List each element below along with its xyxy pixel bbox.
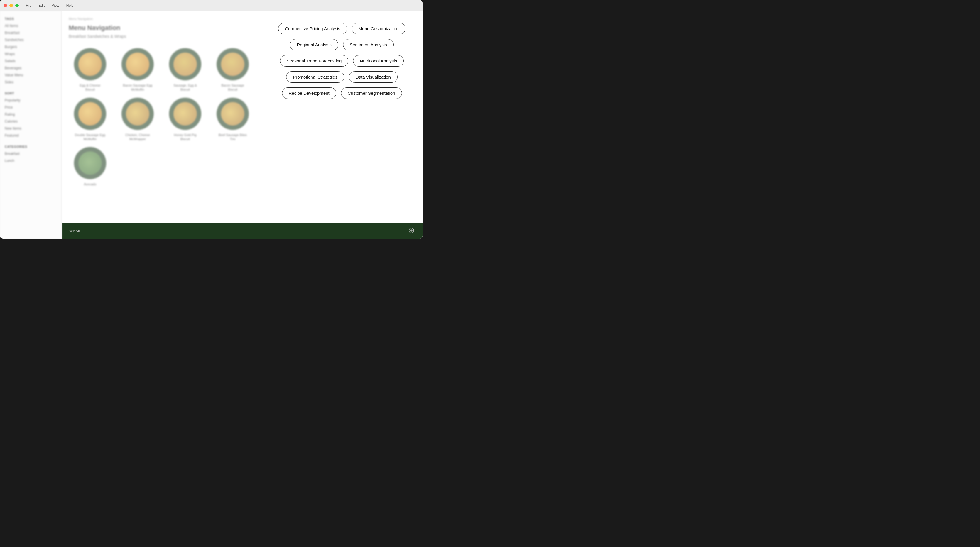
tag-regional-analysis[interactable]: Regional Analysis bbox=[290, 39, 338, 51]
panel-subtitle: Breakfast Sandwiches & Wraps bbox=[68, 34, 254, 39]
food-image-1 bbox=[78, 52, 102, 76]
sidebar-section-title-sort: SORT bbox=[0, 90, 61, 97]
sidebar-section-categories: CATEGORIES Breakfast Lunch bbox=[0, 144, 61, 164]
food-item-5[interactable]: Double Sausage EggMcMuffin bbox=[68, 98, 111, 142]
tag-customer-segmentation[interactable]: Customer Segmentation bbox=[341, 87, 402, 99]
right-content: Menu Navigation Menu Navigation Breakfas… bbox=[62, 11, 423, 239]
food-circle-4 bbox=[216, 48, 249, 80]
tags-row-3: Seasonal Trend Forecasting Nutritional A… bbox=[280, 55, 404, 67]
food-label-1: Egg & CheeseBiscuit bbox=[80, 83, 101, 92]
food-item-2[interactable]: Bacon Sausage EggMcMuffin bbox=[116, 48, 159, 92]
content-area: Menu Navigation Menu Navigation Breakfas… bbox=[62, 11, 423, 224]
sidebar-section-title-tags: TAGS bbox=[0, 16, 61, 22]
sidebar-item-all[interactable]: All Items bbox=[0, 22, 61, 29]
breadcrumb: Menu Navigation bbox=[68, 17, 254, 21]
sidebar-item-breakfast-cat[interactable]: Breakfast bbox=[0, 150, 61, 157]
maximize-button[interactable] bbox=[15, 4, 19, 7]
title-bar-tabs: File Edit View Help bbox=[26, 3, 74, 8]
sidebar-item-featured[interactable]: Featured bbox=[0, 132, 61, 139]
tag-sentiment-analysis[interactable]: Sentiment Analysis bbox=[343, 39, 394, 51]
food-grid: Egg & CheeseBiscuit Bacon Sausage EggMcM… bbox=[68, 46, 254, 189]
sidebar-item-new[interactable]: New Items bbox=[0, 125, 61, 132]
tags-row-2: Regional Analysis Sentiment Analysis bbox=[290, 39, 393, 51]
food-label-8: Beef Sausage BitesTrio bbox=[219, 133, 247, 142]
bottom-bar-icon bbox=[409, 227, 415, 235]
tag-promotional-strategies[interactable]: Promotional Strategies bbox=[286, 71, 344, 83]
main-content: TAGS All Items Breakfast Sandwiches Burg… bbox=[0, 11, 423, 239]
food-image-2 bbox=[126, 52, 150, 76]
tag-competitive-pricing[interactable]: Competitive Pricing Analysis bbox=[278, 23, 347, 34]
sidebar-section-sort: SORT Popularity Price Rating Calories Ne… bbox=[0, 90, 61, 139]
food-image-8 bbox=[221, 102, 244, 126]
title-bar: File Edit View Help bbox=[0, 0, 423, 11]
tab-view[interactable]: View bbox=[52, 3, 59, 8]
food-image-4 bbox=[221, 52, 244, 76]
sidebar-item-rating[interactable]: Rating bbox=[0, 111, 61, 118]
sidebar-item-breakfast[interactable]: Breakfast bbox=[0, 29, 61, 37]
tags-row-5: Recipe Development Customer Segmentation bbox=[282, 87, 402, 99]
food-circle-3 bbox=[169, 48, 201, 80]
sidebar-item-sandwiches[interactable]: Sandwiches bbox=[0, 37, 61, 43]
food-circle-7 bbox=[169, 98, 201, 130]
sidebar-item-price[interactable]: Price bbox=[0, 104, 61, 111]
tab-edit[interactable]: Edit bbox=[38, 3, 45, 8]
bottom-bar-label[interactable]: See All bbox=[68, 229, 80, 233]
food-circle-2 bbox=[121, 48, 154, 80]
food-item-7[interactable]: Honey Gold PigBiscuit bbox=[164, 98, 207, 142]
sidebar-item-value[interactable]: Value Menu bbox=[0, 72, 61, 79]
food-item-9[interactable]: Avocado bbox=[68, 147, 111, 186]
food-circle-6 bbox=[121, 98, 154, 130]
left-panel: Menu Navigation Menu Navigation Breakfas… bbox=[62, 11, 261, 224]
sidebar-item-lunch[interactable]: Lunch bbox=[0, 157, 61, 164]
food-image-6 bbox=[126, 102, 150, 126]
panel-title: Menu Navigation bbox=[68, 24, 254, 32]
food-image-9 bbox=[78, 151, 102, 175]
tag-recipe-development[interactable]: Recipe Development bbox=[282, 87, 336, 99]
food-item-1[interactable]: Egg & CheeseBiscuit bbox=[68, 48, 111, 92]
food-label-9: Avocado bbox=[84, 182, 97, 186]
minimize-button[interactable] bbox=[10, 4, 13, 7]
app-window: File Edit View Help TAGS All Items Break… bbox=[0, 0, 423, 239]
tag-nutritional-analysis[interactable]: Nutritional Analysis bbox=[353, 55, 404, 67]
sidebar-section-tags: TAGS All Items Breakfast Sandwiches Burg… bbox=[0, 16, 61, 86]
sidebar-item-beverages[interactable]: Beverages bbox=[0, 65, 61, 72]
tab-help[interactable]: Help bbox=[66, 3, 74, 8]
food-image-5 bbox=[78, 102, 102, 126]
sidebar-item-calories[interactable]: Calories bbox=[0, 118, 61, 125]
sidebar-item-salads[interactable]: Salads bbox=[0, 57, 61, 65]
food-label-3: Sausage, Egg &Biscuit bbox=[173, 83, 197, 92]
tag-menu-customization[interactable]: Menu Customization bbox=[352, 23, 406, 34]
food-circle-8 bbox=[216, 98, 249, 130]
tab-file[interactable]: File bbox=[26, 3, 32, 8]
tags-row-4: Promotional Strategies Data Visualizatio… bbox=[286, 71, 398, 83]
food-label-4: Bacon SausageBiscuit bbox=[221, 83, 244, 92]
food-label-2: Bacon Sausage EggMcMuffin bbox=[123, 83, 152, 92]
close-button[interactable] bbox=[3, 4, 7, 7]
tags-panel: Competitive Pricing Analysis Menu Custom… bbox=[261, 11, 423, 224]
food-image-3 bbox=[173, 52, 197, 76]
sidebar-item-burgers[interactable]: Burgers bbox=[0, 43, 61, 51]
food-circle-5 bbox=[74, 98, 106, 130]
food-circle-9 bbox=[74, 147, 106, 179]
tag-seasonal-trend[interactable]: Seasonal Trend Forecasting bbox=[280, 55, 348, 67]
sidebar-section-title-categories: CATEGORIES bbox=[0, 144, 61, 150]
food-item-8[interactable]: Beef Sausage BitesTrio bbox=[211, 98, 254, 142]
food-image-7 bbox=[173, 102, 197, 126]
food-circle-1 bbox=[74, 48, 106, 80]
sidebar-item-wraps[interactable]: Wraps bbox=[0, 51, 61, 57]
tags-row-1: Competitive Pricing Analysis Menu Custom… bbox=[278, 23, 405, 34]
food-label-5: Double Sausage EggMcMuffin bbox=[75, 133, 105, 142]
sidebar-item-popularity[interactable]: Popularity bbox=[0, 97, 61, 104]
sidebar: TAGS All Items Breakfast Sandwiches Burg… bbox=[0, 11, 62, 239]
bottom-bar: See All bbox=[62, 224, 423, 239]
food-item-3[interactable]: Sausage, Egg &Biscuit bbox=[164, 48, 207, 92]
food-label-7: Honey Gold PigBiscuit bbox=[174, 133, 196, 142]
tag-data-visualization[interactable]: Data Visualization bbox=[349, 71, 398, 83]
food-item-6[interactable]: Chicken, CheeseMcWrapper bbox=[116, 98, 159, 142]
sidebar-item-sides[interactable]: Sides bbox=[0, 79, 61, 86]
food-item-4[interactable]: Bacon SausageBiscuit bbox=[211, 48, 254, 92]
food-label-6: Chicken, CheeseMcWrapper bbox=[125, 133, 150, 142]
